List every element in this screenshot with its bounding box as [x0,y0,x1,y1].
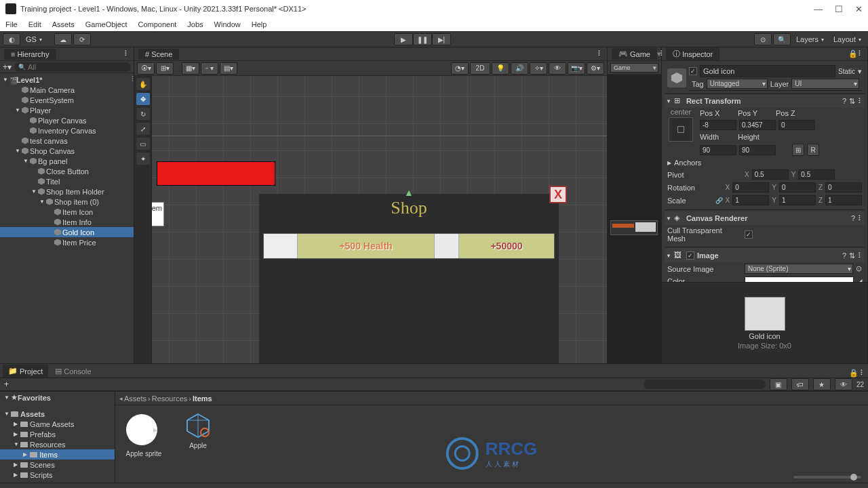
breadcrumb-resources[interactable]: Resources [152,394,188,403]
move-tool[interactable]: ✥ [136,93,150,105]
project-folder[interactable]: ▼Assets [0,409,115,419]
account-dropdown[interactable]: GS [22,35,46,43]
shop-close-button[interactable]: X [549,186,567,203]
scale-y-input[interactable] [779,195,816,205]
color-picker-icon[interactable]: ◢ [856,277,862,283]
hierarchy-item[interactable]: Titel [0,176,134,186]
rect-tool[interactable]: ▭ [136,138,150,150]
pivot-x-input[interactable] [752,169,789,180]
game-display-dropdown[interactable]: Game [610,63,658,73]
rot-z-input[interactable] [825,182,862,192]
component-menu-icon[interactable]: ⠇ [858,97,863,106]
component-menu-icon[interactable]: ⠇ [858,214,863,223]
cull-checkbox[interactable]: ✓ [745,230,753,239]
step-button[interactable]: ▶| [432,33,451,45]
hierarchy-item[interactable]: ▼Bg panel [0,156,134,166]
hidden-packages-icon[interactable]: 👁 [835,378,852,390]
favorites-row[interactable]: ▼★ Favorites [0,392,115,402]
scale-tool[interactable]: ⤢ [136,123,150,135]
draw-mode[interactable]: ◔▾ [451,62,469,75]
save-search-icon[interactable]: ★ [813,378,831,390]
rot-y-input[interactable] [779,182,816,192]
scene-fx-toggle[interactable]: ✧▾ [530,62,547,75]
project-folder[interactable]: ▼Resources [0,439,115,449]
project-search[interactable] [644,380,766,389]
layers-dropdown[interactable]: Layers [792,35,828,43]
posz-input[interactable] [778,120,815,130]
gameobject-type-icon[interactable] [667,68,686,87]
component-help-icon[interactable]: ? [851,214,855,222]
posx-input[interactable] [700,120,736,130]
object-picker-icon[interactable]: ⊙ [856,264,862,273]
snap-settings[interactable]: ▤▾ [220,62,237,75]
close-window-button[interactable]: ✕ [855,4,863,14]
hierarchy-item[interactable]: Gold Icon [0,227,134,237]
scene-options[interactable]: ⠇ [597,49,603,58]
menu-file[interactable]: File [5,20,18,28]
hierarchy-item[interactable]: EventSystem [0,95,134,105]
account-icon[interactable]: ◐ [3,33,20,45]
project-folder[interactable]: ▶Scenes [0,460,115,470]
project-asset-grid[interactable]: ▶ Apple sprite Apple RRCG 人人素材 [115,405,868,483]
scale-link-icon[interactable]: 🔗 [715,197,723,204]
snap-increment[interactable]: ▫ ▾ [201,62,218,75]
component-help-icon[interactable]: ? [842,97,846,105]
scene-viewport[interactable]: em ▲ Shop X +500 Health +50000 [152,76,607,363]
project-folder[interactable]: ▶Game Assets [0,419,115,429]
breadcrumb-items[interactable]: Items [193,394,212,403]
scene-tab[interactable]: # Scene [138,49,179,60]
hierarchy-item[interactable]: ▼Shop Canvas [0,146,134,156]
posy-input[interactable] [739,120,776,130]
layer-dropdown[interactable]: UI [791,79,859,89]
color-field[interactable] [745,277,854,282]
search-by-label-icon[interactable]: 🏷 [791,378,809,390]
menu-edit[interactable]: Edit [28,20,41,28]
2d-toggle[interactable]: 2D [470,62,490,75]
history-icon[interactable]: ⟳ [73,33,91,45]
layout-dropdown[interactable]: Layout [829,35,865,43]
scene-red-rect[interactable] [157,161,275,186]
scale-z-input[interactable] [825,195,862,205]
move-gizmo-icon[interactable]: ▲ [404,187,414,198]
menu-jobs[interactable]: Jobs [187,20,203,28]
shop-item-row[interactable]: +500 Health +50000 [263,233,555,259]
hierarchy-options[interactable]: ⠇ [124,49,130,58]
project-folder[interactable]: ▶Scripts [0,470,115,480]
hierarchy-item[interactable]: Close Button [0,166,134,176]
hierarchy-item[interactable]: ▼Shop Item Holder [0,186,134,197]
project-add-button[interactable]: + [4,380,9,389]
project-options[interactable]: ⠇ [860,369,865,378]
minimize-button[interactable]: — [814,4,823,14]
hierarchy-item[interactable]: Item Price [0,237,134,247]
blueprint-mode-button[interactable]: ⊞ [792,144,804,156]
console-tab[interactable]: ▤ Console [50,365,96,378]
scene-shop-panel[interactable]: ▲ Shop X +500 Health +50000 [259,194,559,363]
game-tab[interactable]: 🎮 Game [612,48,657,60]
gameobject-name-input[interactable] [700,65,835,77]
view-tool[interactable]: ✋ [136,78,150,90]
anchors-foldout[interactable]: Anchors [674,159,701,167]
inspector-tab[interactable]: ⓘ Inspector [666,47,719,60]
menu-window[interactable]: Window [214,20,241,28]
scene-root-row[interactable]: ▼ 🎬 Level1* ⠇ [0,75,134,85]
component-menu-icon[interactable]: ⠇ [858,251,863,260]
hierarchy-add-button[interactable]: +▾ [3,62,12,72]
project-tab[interactable]: 📁 Project [3,365,48,378]
play-button[interactable]: ▶ [394,33,413,45]
inspector-options[interactable]: ⠇ [858,49,863,58]
tag-dropdown[interactable]: Untagged [707,79,768,89]
gameobject-active-checkbox[interactable]: ✓ [689,67,697,75]
scene-camera-toggle[interactable]: 📷▾ [568,62,585,75]
asset-apple-prefab[interactable]: Apple [176,412,220,449]
project-folder[interactable]: ▶Items [0,449,115,460]
inspector-lock[interactable]: 🔒 [848,49,858,58]
menu-gameobject[interactable]: GameObject [85,20,127,28]
rot-x-input[interactable] [732,182,769,192]
hierarchy-tab[interactable]: ≡ Hierarchy [4,49,56,60]
hierarchy-item[interactable]: Item Info [0,217,134,227]
tool-pivot[interactable]: ⦿▾ [137,62,155,75]
canvas-renderer-header[interactable]: ▼ ◈ Canvas Renderer ? ⠇ [665,211,865,225]
width-input[interactable] [700,145,736,155]
tool-handle[interactable]: ⊞▾ [156,62,174,75]
component-preset-icon[interactable]: ⇅ [849,251,855,260]
